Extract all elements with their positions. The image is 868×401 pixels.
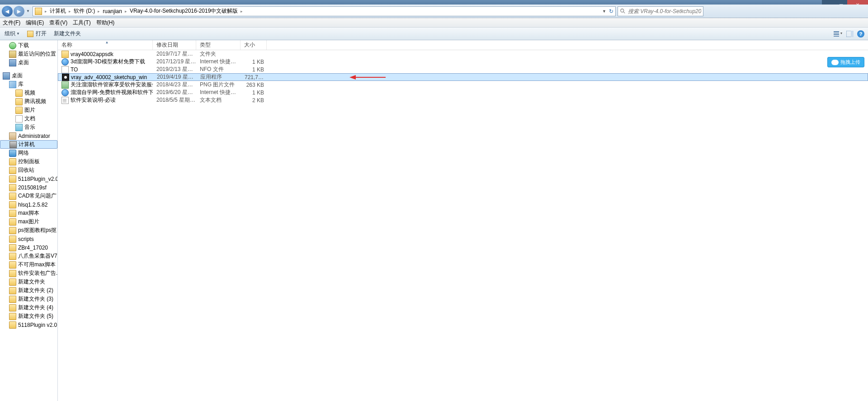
user-icon [9,132,16,140]
tree-item[interactable]: hlsq1.2.5.82 [0,200,57,209]
breadcrumb-item[interactable]: ruanjian [101,8,124,14]
upload-float-button[interactable]: 拖拽上传 [827,57,864,67]
column-name[interactable]: 名称▲ [58,40,153,50]
menu-view[interactable]: 查看(V) [49,19,67,27]
tree-item[interactable]: 最近访问的位置 [0,50,57,58]
search-box[interactable] [618,6,703,16]
tree-item[interactable]: 下载 [0,41,57,50]
tree-item[interactable]: 5118Plugin_v2.0 [0,175,57,183]
file-row[interactable]: TO2019/2/13 星期...NFO 文件1 KB [58,66,868,73]
column-date[interactable]: 修改日期 [153,40,196,50]
tree-item[interactable]: ps抠图教程ps抠 [0,226,57,235]
tree-item[interactable]: 回收站 [0,166,57,175]
tree-label: 新建文件夹 (4) [18,304,53,311]
tree-item[interactable]: 桌面 [0,71,57,80]
column-size[interactable]: 大小 [241,40,267,50]
tree-item[interactable]: 视频 [0,89,57,97]
forward-button[interactable]: ► [14,6,24,17]
file-type: NFO 文件 [196,66,241,73]
tree-item[interactable]: 音乐 [0,123,57,132]
tree-item[interactable]: 计算机 [0,140,57,149]
tree-item[interactable]: 新建文件夹 (4) [0,303,57,312]
file-name: 溜溜自学网-免费软件视频和软件下载网站 [71,89,153,96]
tree-label: 5118Plugin_v2.0 [18,176,57,182]
tree-item[interactable]: 新建文件夹 (5) [0,312,57,321]
tree-item[interactable]: 不可用max脚本 [0,260,57,269]
back-button[interactable]: ◄ [2,6,13,17]
breadcrumb-item[interactable]: 计算机 [48,7,68,15]
tree-item[interactable]: 控制面板 [0,157,57,166]
column-type[interactable]: 类型 [196,40,241,50]
help-icon[interactable]: ? [857,30,864,38]
sidebar-tree[interactable]: 下载最近访问的位置桌面桌面库视频腾讯视频图片文档音乐Administrator计… [0,40,58,401]
tree-item[interactable]: 5118Plugin v2.0 [0,321,57,329]
file-type: 文件夹 [196,50,241,58]
file-date: 2018/4/23 星期... [153,81,196,89]
newfolder-button[interactable]: 新建文件夹 [54,30,81,38]
toolbar: 组织▼ 打开 新建文件夹 ? [0,28,868,40]
file-row[interactable]: vray_adv_40002_sketchup_win2019/4/19 星期.… [58,73,868,81]
tree-item[interactable]: 库 [0,80,57,89]
svg-rect-3 [834,33,839,35]
file-name: vray40002appsdk [71,51,113,57]
tree-item[interactable]: Administrator [0,132,57,140]
menu-edit[interactable]: 编辑(E) [26,19,44,27]
breadcrumb-item[interactable]: 软件 (D:) [72,7,97,15]
tree-item[interactable]: 八爪鱼采集器V7. [0,252,57,260]
tree-item[interactable]: 新建文件夹 (3) [0,295,57,303]
menu-tools[interactable]: 工具(T) [73,19,90,27]
tree-label: ps抠图教程ps抠 [18,226,57,234]
cloud-icon [831,60,839,65]
menu-help[interactable]: 帮助(H) [96,19,115,27]
folder-icon [9,158,16,165]
file-list-area: 名称▲ 修改日期 类型 大小 vray40002appsdk2019/7/17 … [58,40,868,401]
folder-icon [9,304,16,311]
tree-item[interactable]: 文档 [0,114,57,123]
preview-pane-icon[interactable] [846,31,854,37]
tree-item[interactable]: 网络 [0,149,57,157]
folder-icon [9,193,16,200]
refresh-icon[interactable]: ↻ [609,8,613,14]
svg-rect-2 [834,31,839,33]
tree-item[interactable]: CAD常见问题广 [0,192,57,200]
tree-item[interactable]: max图片 [0,217,57,226]
file-row[interactable]: 软件安装说明-必读2018/5/5 星期六 ...文本文档2 KB [58,96,868,104]
file-size: 263 KB [241,82,266,88]
file-row[interactable]: vray40002appsdk2019/7/17 星期...文件夹 [58,50,868,58]
doc-icon [15,115,23,123]
file-row[interactable]: 溜溜自学网-免费软件视频和软件下载网站2019/6/20 星期...Intern… [58,89,868,96]
folder-icon [9,210,16,217]
breadcrumb[interactable]: ▸ 计算机 ▸ 软件 (D:) ▸ ruanjian ▸ VRay-4.0-fo… [33,6,616,16]
file-type: Internet 快捷方式 [196,58,241,66]
tree-item[interactable]: ZBr4_17020 [0,243,57,252]
breadcrumb-item[interactable]: VRay-4.0-for-Setkchup2016-2019中文破解版 [128,7,240,15]
tree-item[interactable]: 新建文件夹 (2) [0,286,57,295]
file-icon [61,51,69,58]
file-type: PNG 图片文件 [196,81,241,89]
tree-item[interactable]: 20150819sf [0,183,57,192]
tree-item[interactable]: 图片 [0,106,57,114]
tree-item[interactable]: 软件安装包广告. [0,269,57,278]
tree-item[interactable]: 新建文件夹 [0,278,57,286]
search-input[interactable] [628,8,701,14]
tree-item[interactable]: scripts [0,235,57,243]
folder-icon [9,261,16,269]
file-row[interactable]: 关注溜溜软件管家享受软件安装服务2018/4/23 星期...PNG 图片文件2… [58,81,868,89]
tree-label: 软件安装包广告. [18,269,57,277]
file-name: 关注溜溜软件管家享受软件安装服务 [71,81,153,89]
dropdown-icon[interactable]: ▼ [602,9,606,14]
folder-icon [9,244,16,251]
tree-label: 5118Plugin v2.0 [18,322,57,328]
tree-item[interactable]: max脚本 [0,209,57,217]
menu-file[interactable]: 文件(F) [3,19,20,27]
view-options-icon[interactable] [834,31,843,37]
tree-label: 新建文件夹 (5) [18,312,53,320]
tree-item[interactable]: 腾讯视频 [0,97,57,106]
open-button[interactable]: 打开 [27,30,47,38]
file-name: vray_adv_40002_sketchup_win [71,74,147,80]
tree-item[interactable]: 桌面 [0,58,57,67]
tree-label: 文档 [24,115,35,123]
organize-button[interactable]: 组织▼ [5,30,20,38]
file-row[interactable]: 3d溜溜网-3D模型素材免费下载2017/12/19 星期...Internet… [58,58,868,66]
history-dropdown[interactable]: ▼ [26,9,30,13]
